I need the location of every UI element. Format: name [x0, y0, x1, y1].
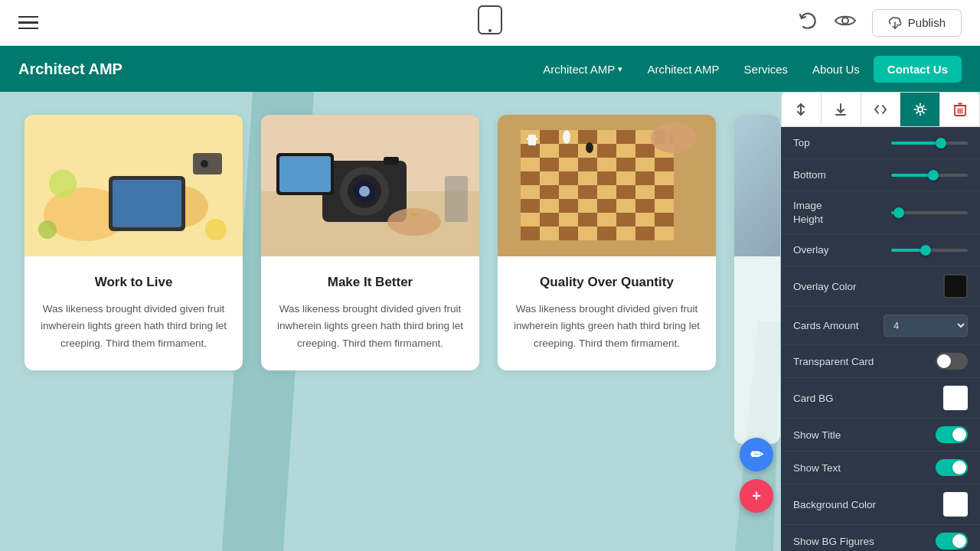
setting-top-slider-wrap	[816, 142, 968, 145]
undo-icon[interactable]	[797, 10, 818, 36]
add-fab-icon: +	[752, 487, 761, 505]
hamburger-menu[interactable]	[18, 16, 38, 30]
svg-rect-84	[655, 213, 674, 227]
overlay-color-swatch[interactable]	[943, 274, 968, 298]
show-bg-figures-toggle[interactable]	[936, 533, 968, 549]
setting-top-slider[interactable]	[891, 142, 968, 145]
svg-rect-76	[655, 199, 674, 213]
svg-point-13	[38, 220, 57, 239]
svg-rect-34	[616, 130, 635, 144]
svg-rect-74	[616, 199, 635, 213]
svg-rect-41	[597, 144, 616, 158]
add-fab-button[interactable]: +	[740, 479, 773, 513]
svg-point-1	[488, 29, 492, 32]
svg-rect-88	[578, 227, 597, 240]
svg-rect-48	[578, 158, 597, 171]
svg-rect-30	[540, 130, 559, 144]
settings-content: Top Bottom	[781, 127, 980, 551]
cards-amount-select[interactable]: 4 2 3 5 6	[884, 315, 968, 337]
svg-rect-32	[578, 130, 597, 144]
card-2-title: Make It Better	[276, 275, 464, 290]
card-1-image	[24, 115, 243, 256]
preview-icon[interactable]	[834, 10, 857, 36]
setting-show-text: Show Text	[781, 452, 980, 484]
phone-frame-icon[interactable]	[478, 5, 502, 40]
code-tool-button[interactable]	[861, 93, 901, 126]
card-1-text: Was likeness brought divided given fruit…	[40, 301, 227, 352]
delete-tool-button[interactable]	[940, 93, 979, 126]
svg-rect-91	[635, 227, 655, 240]
setting-background-color: Background Color	[781, 484, 980, 525]
setting-bottom-slider[interactable]	[891, 174, 968, 177]
setting-overlay-slider-wrap	[835, 249, 968, 252]
svg-rect-77	[521, 213, 540, 227]
svg-point-24	[387, 208, 441, 236]
publish-label: Publish	[908, 16, 946, 29]
svg-point-10	[201, 160, 208, 168]
show-text-toggle[interactable]	[936, 459, 968, 476]
svg-rect-64	[578, 185, 597, 199]
transparent-card-toggle[interactable]	[936, 353, 968, 370]
nav-link-services[interactable]: Services	[733, 57, 799, 82]
svg-point-12	[205, 219, 227, 240]
svg-rect-90	[616, 227, 635, 240]
card-1-body: Work to Live Was likeness brought divide…	[24, 256, 243, 370]
setting-show-text-label: Show Text	[793, 462, 841, 474]
svg-rect-53	[521, 171, 540, 185]
svg-rect-78	[540, 213, 559, 227]
svg-rect-39	[559, 144, 578, 158]
nav-link-architect-amp-dropdown[interactable]: Architect AMP	[532, 57, 633, 82]
svg-rect-100	[680, 129, 686, 142]
setting-transparent-card: Transparent Card	[781, 345, 980, 378]
svg-rect-21	[384, 157, 399, 165]
card-2-image	[261, 115, 479, 256]
nav-link-about-us[interactable]: About Us	[802, 57, 871, 82]
sort-tool-button[interactable]	[782, 93, 822, 126]
svg-rect-45	[521, 158, 540, 171]
nav-brand: Architect AMP	[18, 60, 122, 78]
setting-image-height-label: ImageHeight	[793, 199, 823, 226]
show-title-toggle-thumb	[952, 428, 966, 442]
svg-rect-70	[540, 199, 559, 213]
setting-image-height: ImageHeight	[781, 191, 980, 234]
svg-rect-98	[665, 129, 671, 144]
svg-rect-72	[578, 199, 597, 213]
svg-point-20	[359, 186, 370, 197]
svg-rect-94	[527, 138, 537, 140]
svg-rect-42	[616, 144, 635, 158]
card-3-image	[498, 115, 716, 256]
download-tool-button[interactable]	[822, 93, 861, 126]
transparent-card-toggle-thumb	[937, 354, 951, 368]
setting-cards-amount: Cards Amount 4 2 3 5 6	[781, 307, 980, 345]
show-title-toggle[interactable]	[936, 426, 968, 443]
nav-links: Architect AMP Architect AMP Services Abo…	[532, 56, 962, 83]
card-1: Work to Live Was likeness brought divide…	[24, 115, 243, 370]
setting-image-height-slider[interactable]	[891, 211, 968, 214]
card-1-title: Work to Live	[40, 275, 227, 290]
nav-link-architect-amp[interactable]: Architect AMP	[636, 57, 730, 82]
settings-tool-button[interactable]	[900, 93, 940, 126]
contact-us-button[interactable]: Contact Us	[874, 56, 962, 83]
card-bg-color-swatch[interactable]	[943, 386, 968, 410]
edit-fab-button[interactable]: ✏	[740, 438, 773, 471]
setting-transparent-card-label: Transparent Card	[793, 356, 874, 367]
svg-point-96	[563, 130, 570, 144]
setting-overlay-slider[interactable]	[891, 249, 968, 252]
panel-toolbar	[781, 92, 980, 127]
card-3-text: Was likeness brought divided given fruit…	[513, 301, 701, 352]
svg-rect-61	[521, 185, 540, 199]
setting-image-height-slider-wrap	[829, 211, 968, 214]
svg-rect-83	[635, 213, 655, 227]
svg-rect-67	[635, 185, 655, 199]
toolbar-right: Publish	[797, 9, 962, 37]
svg-rect-37	[521, 144, 540, 158]
setting-card-bg: Card BG	[781, 378, 980, 419]
card-3-body: Quality Over Quantity Was likeness broug…	[498, 256, 716, 370]
publish-button[interactable]: Publish	[872, 9, 962, 37]
card-3: Quality Over Quantity Was likeness broug…	[498, 115, 716, 370]
edit-fab-icon: ✏	[750, 445, 763, 464]
svg-rect-99	[672, 126, 678, 143]
background-color-swatch[interactable]	[943, 492, 968, 517]
svg-rect-87	[559, 227, 578, 240]
settings-panel: Top Bottom	[781, 92, 980, 551]
